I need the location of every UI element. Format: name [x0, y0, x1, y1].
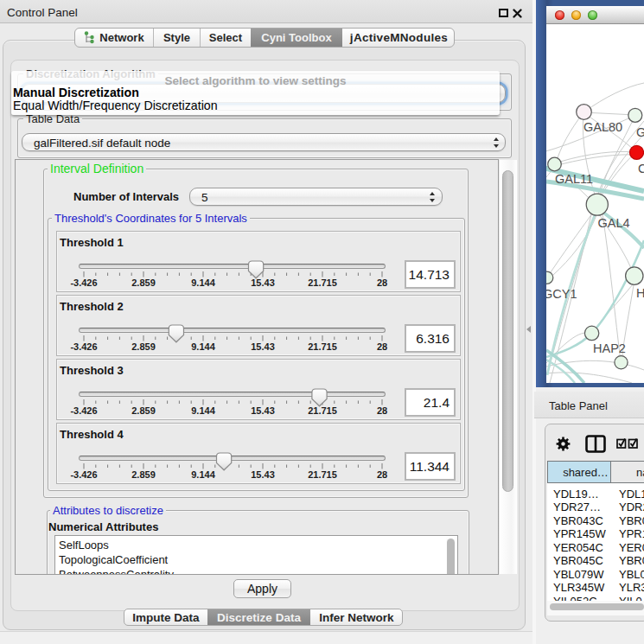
svg-text:GAL11: GAL11	[555, 172, 593, 186]
svg-text:HAP2: HAP2	[593, 341, 626, 355]
svg-text:GA: GA	[636, 125, 644, 139]
svg-text:GAL80: GAL80	[583, 120, 622, 134]
svg-text:H: H	[636, 286, 644, 300]
svg-text:GCY1: GCY1	[546, 287, 577, 301]
svg-text:GAL4: GAL4	[598, 216, 630, 230]
svg-text:C: C	[638, 162, 644, 175]
